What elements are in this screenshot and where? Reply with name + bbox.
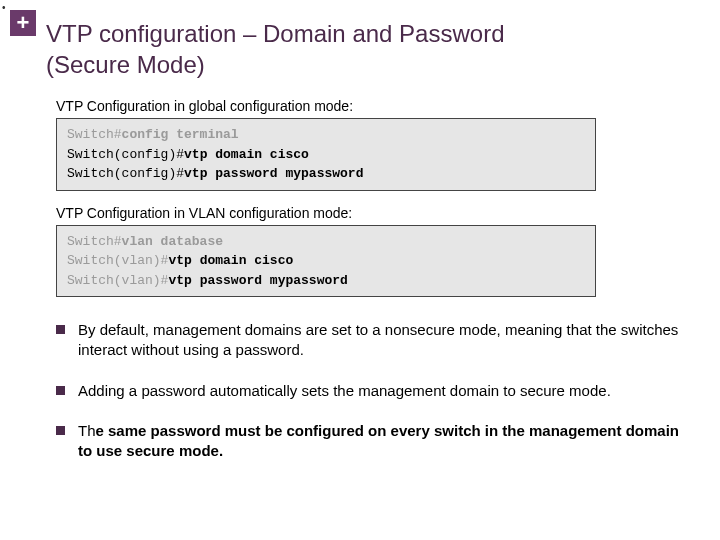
global-mode-code: Switch#config terminal Switch(config)#vt… <box>56 118 596 191</box>
code-line: Switch#config terminal <box>67 125 585 145</box>
prompt: Switch# <box>67 234 122 249</box>
command: vtp password mypassword <box>184 166 363 181</box>
bullet-list: By default, management domains are set t… <box>56 320 680 481</box>
prompt: Switch(vlan)# <box>67 253 168 268</box>
code-line: Switch(vlan)#vtp domain cisco <box>67 251 585 271</box>
code-line: Switch(vlan)#vtp password mypassword <box>67 271 585 291</box>
bullet-item: By default, management domains are set t… <box>56 320 680 361</box>
code-line: Switch(config)#vtp password mypassword <box>67 164 585 184</box>
global-mode-label: VTP Configuration in global configuratio… <box>56 98 596 114</box>
slide-title: VTP configuration – Domain and Password … <box>46 18 700 80</box>
vlan-mode-label: VTP Configuration in VLAN configuration … <box>56 205 596 221</box>
bullet-text-prefix: Th <box>78 422 96 439</box>
command: config terminal <box>122 127 239 142</box>
command: vtp password mypassword <box>168 273 347 288</box>
bullet-text-bold: e same password must be configured on ev… <box>78 422 679 459</box>
corner-dot: • <box>2 2 6 13</box>
config-examples: VTP Configuration in global configuratio… <box>56 92 596 311</box>
title-line-2: (Secure Mode) <box>46 51 205 78</box>
plus-icon: + <box>10 10 36 36</box>
prompt: Switch# <box>67 127 122 142</box>
command: vtp domain cisco <box>184 147 309 162</box>
prompt: Switch(config)# <box>67 166 184 181</box>
bullet-text: Adding a password automatically sets the… <box>78 382 611 399</box>
bullet-text: By default, management domains are set t… <box>78 321 678 358</box>
code-line: Switch#vlan database <box>67 232 585 252</box>
title-line-1: VTP configuration – Domain and Password <box>46 20 504 47</box>
bullet-item: The same password must be configured on … <box>56 421 680 462</box>
prompt: Switch(vlan)# <box>67 273 168 288</box>
slide: • + VTP configuration – Domain and Passw… <box>0 0 720 540</box>
code-line: Switch(config)#vtp domain cisco <box>67 145 585 165</box>
command: vlan database <box>122 234 223 249</box>
prompt: Switch(config)# <box>67 147 184 162</box>
vlan-mode-code: Switch#vlan database Switch(vlan)#vtp do… <box>56 225 596 298</box>
bullet-item: Adding a password automatically sets the… <box>56 381 680 401</box>
command: vtp domain cisco <box>168 253 293 268</box>
